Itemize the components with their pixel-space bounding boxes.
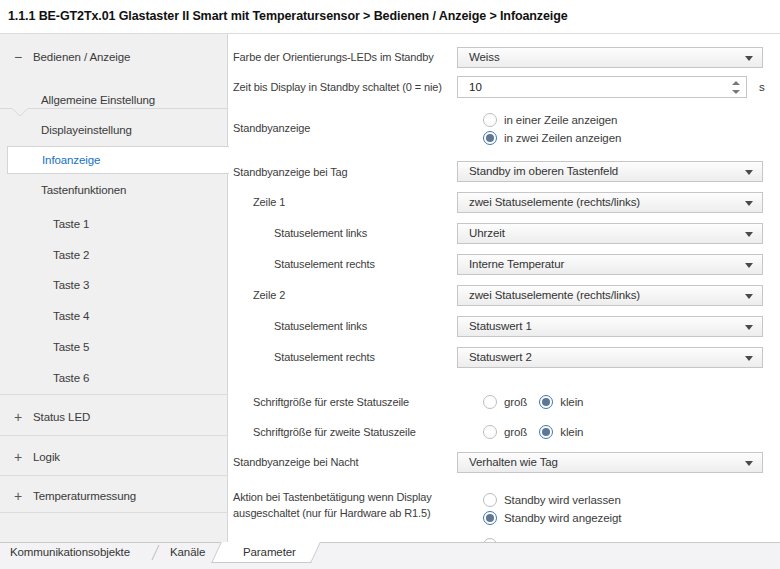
tab-kanaele[interactable]: Kanäle: [170, 542, 205, 563]
radio-unselected-icon: [483, 395, 497, 409]
param-label-zeile-1: Zeile 1: [253, 194, 285, 210]
plus-icon[interactable]: +: [11, 447, 25, 467]
tree-group-bedienen-anzeige[interactable]: − Bedienen / Anzeige: [0, 47, 227, 67]
tree-item-taste-5[interactable]: Taste 5: [0, 337, 227, 357]
separator: [0, 475, 227, 476]
tree-group-label: Temperaturmessung: [33, 486, 136, 506]
radio-selected-icon: [483, 131, 497, 145]
param-label-standbyanzeige: Standbyanzeige: [233, 120, 310, 136]
dropdown-statuselement-rechts-2[interactable]: Statuswert 2: [457, 347, 763, 368]
breadcrumb-title: 1.1.1 BE-GT2Tx.01 Glastaster II Smart mi…: [8, 0, 568, 33]
tree-item-taste-6[interactable]: Taste 6: [0, 368, 227, 388]
radio-option-label: in zwei Zeilen anzeigen: [504, 132, 621, 144]
dropdown-statuselement-links-2[interactable]: Statuswert 1: [457, 316, 763, 337]
dropdown-value: Statuswert 1: [469, 317, 532, 336]
tree-item-taste-1[interactable]: Taste 1: [0, 214, 227, 234]
chevron-down-icon: [745, 170, 753, 175]
tree-item-label: Taste 4: [53, 306, 89, 326]
tree-group-temperaturmessung[interactable]: + Temperaturmessung: [0, 486, 227, 506]
dropdown-statuselement-links-1[interactable]: Uhrzeit: [457, 223, 763, 244]
radio-unselected-icon: [483, 113, 497, 127]
radio-group-schriftgroesse-erste: groß klein: [483, 393, 583, 411]
dropdown-farbe-leds[interactable]: Weiss: [457, 47, 763, 68]
tree-item-label: Displayeinstellung: [41, 120, 132, 140]
radio-selected-icon: [539, 395, 553, 409]
chevron-down-icon: [745, 325, 753, 330]
param-label-standby-zeit: Zeit bis Display in Standby schaltet (0 …: [233, 79, 442, 95]
radio-option-klein[interactable]: klein: [539, 423, 583, 441]
tree-item-infoanzeige-selected[interactable]: Infoanzeige: [7, 146, 229, 174]
tree-item-label: Tastenfunktionen: [41, 180, 126, 200]
param-label-aktion-tastenbetaetigung: Aktion bei Tastenbetätigung wenn Display…: [233, 490, 455, 521]
minus-icon[interactable]: −: [11, 47, 25, 67]
radio-option-gross[interactable]: groß: [483, 393, 527, 411]
radio-option-label: Standby wird verlassen: [504, 494, 621, 506]
tree-item-allgemeine-einstellung[interactable]: Allgemeine Einstellung: [0, 90, 227, 110]
tree-group-logik[interactable]: + Logik: [0, 447, 227, 467]
radio-option-standby-angezeigt[interactable]: Standby wird angezeigt: [483, 509, 621, 527]
chevron-down-icon: [745, 263, 753, 268]
tree-item-label: Taste 5: [53, 337, 89, 357]
spinner-down-icon[interactable]: [732, 90, 740, 94]
tree-group-label: Bedienen / Anzeige: [33, 47, 130, 67]
radio-group-standbyanzeige: in einer Zeile anzeigen in zwei Zeilen a…: [483, 111, 621, 147]
chevron-down-icon: [745, 201, 753, 206]
radio-group-aktion-tastenbetaetigung: Standby wird verlassen Standby wird ange…: [483, 491, 621, 527]
separator: [0, 394, 227, 395]
radio-option-label: klein: [560, 396, 583, 408]
number-input-standby-zeit[interactable]: 10: [457, 76, 747, 98]
tree-group-status-led[interactable]: + Status LED: [0, 407, 227, 427]
radio-selected-icon: [539, 425, 553, 439]
plus-icon[interactable]: +: [11, 486, 25, 506]
chevron-down-icon: [745, 232, 753, 237]
tree-group-label: Status LED: [33, 407, 90, 427]
dropdown-zeile-1[interactable]: zwei Statuselemente (rechts/links): [457, 192, 763, 213]
dropdown-value: zwei Statuselemente (rechts/links): [469, 286, 640, 305]
param-label-zeile-2: Zeile 2: [253, 287, 285, 303]
dropdown-statuselement-rechts-1[interactable]: Interne Temperatur: [457, 254, 763, 275]
dropdown-value: zwei Statuselemente (rechts/links): [469, 193, 640, 212]
radio-option-gross[interactable]: groß: [483, 423, 527, 441]
separator: [0, 435, 227, 436]
tree-item-label: Taste 1: [53, 214, 89, 234]
dropdown-standby-nacht[interactable]: Verhalten wie Tag: [457, 452, 763, 473]
tree-item-label: Allgemeine Einstellung: [41, 90, 155, 110]
radio-option-klein[interactable]: klein: [539, 393, 583, 411]
param-label-standby-nacht: Standbyanzeige bei Nacht: [233, 454, 359, 470]
number-value: 10: [469, 77, 482, 97]
chevron-down-icon: [745, 56, 753, 61]
tree-group-label: Logik: [33, 447, 60, 467]
radio-unselected-icon: [483, 493, 497, 507]
tree-item-taste-2[interactable]: Taste 2: [0, 245, 227, 265]
tree-item-taste-3[interactable]: Taste 3: [0, 275, 227, 295]
chevron-down-icon: [745, 461, 753, 466]
radio-option-label: groß: [504, 396, 527, 408]
tree-item-label: Taste 3: [53, 275, 89, 295]
parameter-panel: Farbe der Orientierungs-LEDs im Standby …: [228, 34, 780, 542]
dropdown-zeile-2[interactable]: zwei Statuselemente (rechts/links): [457, 285, 763, 306]
tab-kommunikationsobjekte[interactable]: Kommunikationsobjekte: [10, 542, 130, 563]
spinner-up-icon[interactable]: [732, 81, 740, 85]
plus-icon[interactable]: +: [11, 407, 25, 427]
sidebar-divider: [227, 34, 228, 542]
param-label-farbe-leds: Farbe der Orientierungs-LEDs im Standby: [233, 49, 434, 65]
tree-item-tastenfunktionen[interactable]: Tastenfunktionen: [0, 180, 227, 200]
tree-item-taste-4[interactable]: Taste 4: [0, 306, 227, 326]
dropdown-value: Weiss: [469, 48, 500, 67]
tree-item-label: Taste 6: [53, 368, 89, 388]
radio-option-label: klein: [560, 426, 583, 438]
radio-unselected-icon: [483, 425, 497, 439]
radio-option-standby-verlassen[interactable]: Standby wird verlassen: [483, 491, 621, 509]
dropdown-value: Verhalten wie Tag: [469, 453, 558, 472]
tree-item-label: Taste 2: [53, 245, 89, 265]
tab-parameter[interactable]: Parameter: [243, 542, 296, 563]
tree-item-displayeinstellung[interactable]: Displayeinstellung: [0, 120, 227, 140]
dropdown-value: Standby im oberen Tastenfeld: [469, 162, 618, 181]
dropdown-standby-tag[interactable]: Standby im oberen Tastenfeld: [457, 161, 763, 182]
radio-option-label: groß: [504, 426, 527, 438]
param-label-statuselement-links-2: Statuselement links: [274, 318, 367, 334]
radio-option-eine-zeile[interactable]: in einer Zeile anzeigen: [483, 111, 621, 129]
chevron-down-icon: [745, 294, 753, 299]
radio-option-zwei-zeilen[interactable]: in zwei Zeilen anzeigen: [483, 129, 621, 147]
radio-selected-icon: [483, 511, 497, 525]
